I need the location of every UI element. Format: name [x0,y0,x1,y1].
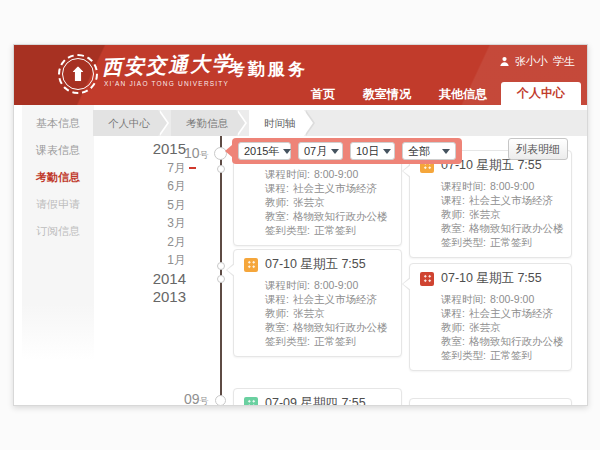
breadcrumb: 个人中心 考勤信息 时间轴 [93,110,587,136]
field-value: 8:00-9:00 [314,168,358,180]
field-label: 教师: [265,196,289,208]
user-account[interactable]: 张小小 学生 [499,54,575,69]
chevron-down-icon [383,149,391,154]
month-label: 7月 [167,161,186,175]
user-name: 张小小 [515,54,548,69]
main-nav: 首页 教室情况 其他信息 个人中心 [297,82,581,105]
field-value: 正常签到 [490,236,532,248]
year-select[interactable]: 2015年 [238,142,291,160]
attendance-card: 07-10 星期五 7:55 课程时间:8:00-9:00 课程:社会主义市场经… [233,249,402,357]
field-value: 张芸京 [293,196,325,208]
content-area: 基本信息 课表信息 考勤信息 请假申请 订阅信息 个人中心 考勤信息 时间轴 2… [14,105,587,405]
user-role: 学生 [553,54,575,69]
attendance-card: 07-10 星期五 7:55 课程时间:8:00-9:00 课程:社会主义市场经… [409,263,572,371]
timeline-month-3[interactable]: 3月 [114,214,186,233]
card-date: 07-09 星期四 7:55 [265,395,366,405]
card-date: 07-10 星期五 7:55 [265,256,366,273]
field-value: 8:00-9:00 [314,279,358,291]
field-label: 课程时间: [441,293,486,305]
university-name-en: XI'AN JIAO TONG UNIVERSITY [104,80,229,87]
field-value: 张芸京 [469,208,501,220]
chevron-down-icon [331,149,339,154]
app-window: 西安交通大学 XI'AN JIAO TONG UNIVERSITY 考勤服务 张… [13,44,588,406]
status-stamp-icon [420,272,434,286]
timeline-year-month-list: 2015 7月 6月 5月 3月 2月 1月 2014 2013 [114,140,186,307]
field-label: 签到类型: [265,224,310,236]
year-select-value: 2015年 [244,144,279,159]
chevron-down-icon [283,149,291,154]
field-label: 课程时间: [441,180,486,192]
breadcrumb-personal-center[interactable]: 个人中心 [93,110,158,136]
field-value: 格物致知行政办公楼 [293,321,388,333]
field-label: 教室: [265,210,289,222]
list-detail-button[interactable]: 列表明细 [508,138,568,160]
field-value: 正常签到 [314,224,356,236]
field-value: 格物致知行政办公楼 [469,335,564,347]
field-label: 课程: [265,293,289,305]
field-value: 格物致知行政办公楼 [293,210,388,222]
field-value: 正常签到 [490,349,532,361]
nav-personal-center[interactable]: 个人中心 [501,82,581,105]
nav-other-info[interactable]: 其他信息 [425,83,501,105]
field-value: 8:00-9:00 [490,180,534,192]
field-value: 格物致知行政办公楼 [469,222,564,234]
field-label: 教师: [441,208,465,220]
status-stamp-icon [244,258,258,272]
timeline-month-6[interactable]: 6月 [114,177,186,196]
field-label: 签到类型: [441,349,486,361]
timeline-day-label-09: 09号 [184,391,209,405]
type-select[interactable]: 全部 [402,142,456,160]
timeline-node-icon [217,262,225,270]
sidebar-item-basic-info[interactable]: 基本信息 [22,110,94,137]
status-stamp-icon [244,397,258,406]
field-value: 社会主义市场经济 [469,194,553,206]
field-label: 教室: [441,222,465,234]
timeline-node-icon [215,395,226,405]
timeline-axis [220,136,222,405]
sidebar-item-timetable[interactable]: 课表信息 [22,137,94,164]
timeline-month-5[interactable]: 5月 [114,196,186,215]
timeline-node-icon [217,165,225,173]
field-label: 课程: [265,182,289,194]
breadcrumb-attendance-info[interactable]: 考勤信息 [171,110,236,136]
attendance-card: 07-10 星期五 7:55 课程时间:8:00-9:00 课程:社会主义市场经… [409,150,572,258]
field-label: 签到类型: [265,335,310,347]
type-select-value: 全部 [408,144,430,159]
university-seal-icon [58,54,98,94]
timeline-month-2[interactable]: 2月 [114,233,186,252]
nav-home[interactable]: 首页 [297,83,349,105]
field-label: 教师: [441,321,465,333]
sidebar-item-leave-request[interactable]: 请假申请 [22,191,94,218]
field-label: 教室: [265,321,289,333]
sidebar-item-attendance[interactable]: 考勤信息 [22,164,94,191]
timeline-month-7[interactable]: 7月 [114,159,186,178]
timeline-year-2015[interactable]: 2015 [114,140,186,159]
day-select[interactable]: 10日 [350,142,395,160]
field-label: 教室: [441,335,465,347]
field-value: 社会主义市场经济 [293,293,377,305]
header-bar: 西安交通大学 XI'AN JIAO TONG UNIVERSITY 考勤服务 张… [14,45,587,105]
card-date: 07-10 星期五 7:55 [441,270,542,287]
sidebar-item-subscription[interactable]: 订阅信息 [22,218,94,245]
day-select-value: 10日 [356,144,379,159]
timeline-year-2013[interactable]: 2013 [114,288,186,307]
breadcrumb-timeline[interactable]: 时间轴 [249,110,304,136]
chevron-down-icon [442,149,450,154]
timeline-year-2014[interactable]: 2014 [114,270,186,289]
university-name-zh: 西安交通大学 [102,50,235,82]
page-background: 西安交通大学 XI'AN JIAO TONG UNIVERSITY 考勤服务 张… [0,0,600,450]
current-month-marker [189,167,196,169]
app-title: 考勤服务 [228,58,308,81]
sidebar: 基本信息 课表信息 考勤信息 请假申请 订阅信息 [22,105,94,360]
field-value: 社会主义市场经济 [469,307,553,319]
day-suffix: 号 [200,150,209,160]
field-label: 课程: [441,307,465,319]
timeline-month-1[interactable]: 1月 [114,251,186,270]
field-value: 社会主义市场经济 [293,182,377,194]
timeline-day-label-10: 10号 [184,145,209,162]
field-label: 签到类型: [441,236,486,248]
nav-classrooms[interactable]: 教室情况 [349,83,425,105]
month-select[interactable]: 07月 [298,142,343,160]
field-value: 8:00-9:00 [490,293,534,305]
month-select-value: 07月 [304,144,327,159]
